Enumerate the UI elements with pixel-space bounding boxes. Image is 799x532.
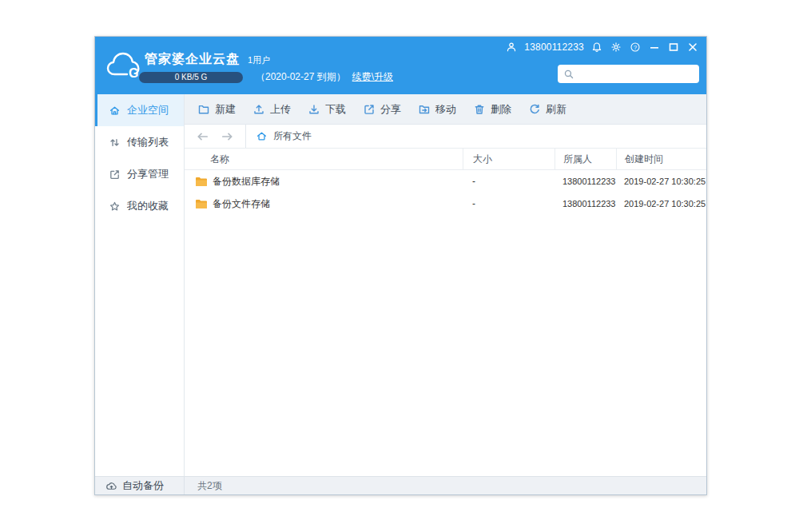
transfer-list-icon	[109, 137, 121, 149]
svg-text:?: ?	[634, 44, 637, 51]
upload-icon	[252, 103, 265, 116]
total-items-count: 共2项	[197, 479, 222, 493]
table-header-row: 名称 大小 所属人 创建时间	[185, 149, 706, 170]
table-row[interactable]: 备份文件存储 - 13800112233 2019-02-27 10:30:25	[185, 193, 706, 215]
file-created-time: 2019-02-27 10:30:25	[616, 177, 706, 186]
move-icon	[418, 103, 431, 116]
move-button[interactable]: 移动	[416, 99, 458, 120]
help-icon[interactable]: ?	[629, 41, 642, 54]
folder-icon	[195, 199, 208, 209]
minimize-icon[interactable]	[648, 41, 661, 54]
app-title: 管家婆企业云盘	[145, 51, 240, 68]
auto-backup-label: 自动备份	[122, 478, 164, 493]
sidebar: 企业空间 传输列表 分享管理	[95, 94, 185, 476]
upload-button[interactable]: 上传	[251, 99, 292, 120]
download-button[interactable]: 下载	[306, 99, 348, 120]
sidebar-item-enterprise-space[interactable]: 企业空间	[95, 94, 184, 126]
user-icon	[505, 41, 518, 54]
file-owner: 13800112233	[555, 177, 616, 186]
breadcrumb-location[interactable]: 所有文件	[273, 129, 312, 143]
title-row: 管家婆企业云盘 1用户	[145, 51, 270, 68]
refresh-icon	[528, 103, 541, 116]
forward-arrow-icon[interactable]	[221, 131, 235, 142]
file-owner: 13800112233	[555, 199, 616, 208]
app-header: G 管家婆企业云盘 1用户 0 KB/5 G （2020-02-27 到期） 续…	[95, 37, 706, 94]
refresh-button[interactable]: 刷新	[527, 99, 568, 120]
gear-icon[interactable]	[610, 41, 622, 54]
delete-icon	[473, 103, 486, 116]
tool-btn-label: 分享	[380, 102, 401, 117]
sidebar-item-label: 分享管理	[127, 167, 169, 181]
expiry-label: （2020-02-27 到期）	[256, 70, 346, 84]
cloud-g-logo-icon: G	[105, 50, 141, 79]
account-number: 13800112233	[524, 42, 584, 53]
close-icon[interactable]	[686, 41, 699, 54]
toolbar: 新建 上传 下载	[185, 94, 706, 125]
column-header-created[interactable]: 创建时间	[616, 149, 706, 170]
new-folder-button[interactable]: 新建	[196, 99, 237, 120]
tool-btn-label: 上传	[270, 102, 291, 117]
file-name: 备份数据库存储	[213, 175, 280, 189]
file-name: 备份文件存储	[213, 197, 270, 211]
sidebar-item-share-manage[interactable]: 分享管理	[95, 158, 184, 190]
storage-usage-row: 0 KB/5 G （2020-02-27 到期） 续费\升级	[139, 70, 393, 84]
download-icon	[308, 103, 320, 116]
share-button[interactable]: 分享	[361, 99, 403, 120]
favorites-star-icon	[109, 200, 121, 212]
file-size: -	[463, 198, 555, 209]
auto-backup-cloud-icon	[105, 480, 117, 492]
tool-btn-label: 新建	[215, 102, 236, 117]
tool-btn-label: 刷新	[546, 102, 566, 117]
new-folder-icon	[197, 103, 210, 116]
search-icon	[563, 69, 574, 80]
file-created-time: 2019-02-27 10:30:25	[616, 199, 706, 208]
sidebar-item-transfer-list[interactable]: 传输列表	[95, 126, 184, 158]
breadcrumb-divider	[245, 125, 246, 148]
renew-upgrade-link[interactable]: 续费\升级	[352, 70, 393, 84]
app-body: 企业空间 传输列表 分享管理	[95, 94, 706, 476]
share-manage-icon	[109, 169, 121, 181]
column-header-owner[interactable]: 所属人	[555, 149, 616, 170]
tool-btn-label: 下载	[325, 102, 346, 117]
app-window: G 管家婆企业云盘 1用户 0 KB/5 G （2020-02-27 到期） 续…	[94, 36, 707, 495]
maximize-icon[interactable]	[667, 41, 680, 54]
sidebar-item-favorites[interactable]: 我的收藏	[95, 190, 184, 222]
tool-btn-label: 移动	[435, 102, 456, 117]
main-content: 新建 上传 下载	[185, 94, 706, 476]
table-row[interactable]: 备份数据库存储 - 13800112233 2019-02-27 10:30:2…	[185, 170, 706, 193]
search-box[interactable]	[558, 65, 699, 83]
bell-icon[interactable]	[590, 41, 603, 54]
delete-button[interactable]: 删除	[471, 99, 513, 120]
home-icon[interactable]	[256, 130, 268, 142]
column-header-name[interactable]: 名称	[185, 153, 463, 166]
file-list-empty-area	[185, 215, 706, 476]
folder-icon	[195, 177, 208, 187]
column-header-size[interactable]: 大小	[463, 149, 555, 170]
titlebar-controls: 13800112233 ?	[505, 41, 699, 54]
sidebar-item-label: 我的收藏	[127, 199, 169, 213]
file-size: -	[463, 176, 555, 187]
auto-backup-button[interactable]: 自动备份	[95, 477, 185, 494]
search-input[interactable]	[578, 69, 694, 80]
enterprise-space-icon	[109, 105, 121, 117]
storage-usage-bar: 0 KB/5 G	[139, 72, 243, 83]
back-arrow-icon[interactable]	[196, 131, 210, 142]
sidebar-item-label: 传输列表	[127, 135, 169, 149]
status-bar: 自动备份 共2项	[95, 476, 706, 494]
user-count-label: 1用户	[248, 54, 270, 66]
breadcrumb-bar: 所有文件	[185, 125, 706, 149]
tool-btn-label: 删除	[491, 102, 511, 117]
storage-usage-text: 0 KB/5 G	[175, 73, 208, 81]
share-icon	[363, 103, 376, 116]
svg-text:G: G	[129, 66, 138, 79]
sidebar-item-label: 企业空间	[127, 103, 169, 117]
